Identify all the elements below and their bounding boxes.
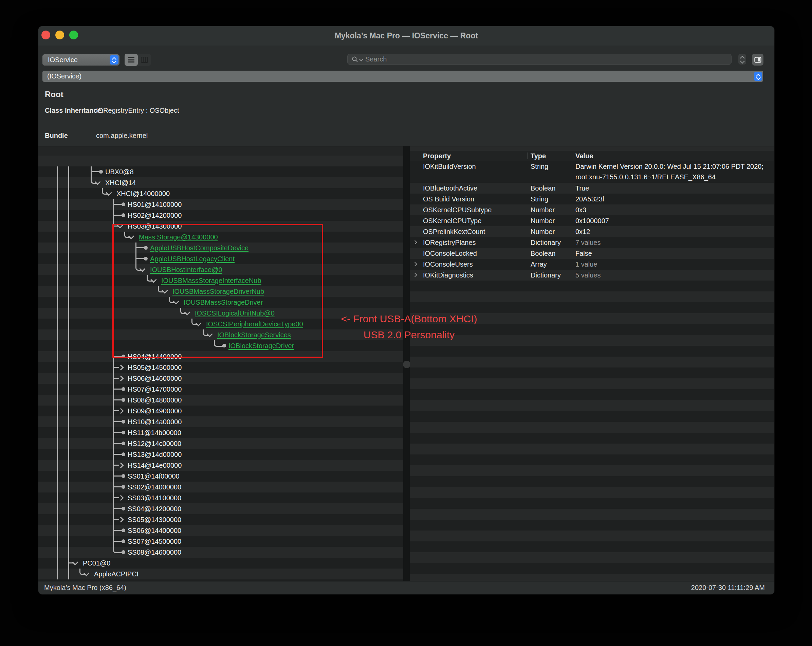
property-row[interactable]: OSKernelCPUSubtypeNumber0x3 xyxy=(410,204,774,215)
tree-row[interactable]: SS05@14300000 xyxy=(38,514,403,525)
tree-row[interactable]: IOSCSILogicalUnitNub@0 xyxy=(38,308,403,318)
tree-node-label[interactable]: HS13@14d00000 xyxy=(128,449,182,460)
tree-row[interactable]: IOBlockStorageDriver xyxy=(38,340,403,351)
tree-row[interactable]: SS04@14200000 xyxy=(38,504,403,514)
tree-node-label[interactable]: XHCI@14000000 xyxy=(116,188,170,199)
splitter-handle-icon[interactable] xyxy=(403,361,411,368)
tree-row[interactable]: HS10@14a00000 xyxy=(38,416,403,427)
tree-row[interactable]: HS04@14400000 xyxy=(38,351,403,362)
tree-row[interactable]: IOUSBMassStorageDriver xyxy=(38,297,403,308)
property-row[interactable]: IORegistryPlanesDictionary7 values xyxy=(410,237,774,248)
disclosure-chevron-icon[interactable] xyxy=(413,262,417,266)
tree-node-label[interactable]: HS11@14b00000 xyxy=(128,427,181,438)
property-row[interactable]: IOBluetoothActiveBooleanTrue xyxy=(410,183,774,194)
tree-node-label[interactable]: HS07@14700000 xyxy=(128,384,182,395)
tree-node-label[interactable]: AppleACPIPCI xyxy=(94,569,139,579)
tree-row[interactable]: SS06@14400000 xyxy=(38,525,403,536)
tree-node-label[interactable]: AppleUSBHostCompositeDevice xyxy=(150,242,249,253)
tree-row[interactable]: SS08@14600000 xyxy=(38,547,403,558)
disclosure-chevron-icon[interactable] xyxy=(413,273,417,277)
list-view-button[interactable] xyxy=(125,54,138,66)
tree-row[interactable]: SS07@14500000 xyxy=(38,536,403,547)
step-down-icon[interactable] xyxy=(740,59,745,64)
tree-node-label[interactable]: IOUSBMassStorageInterfaceNub xyxy=(161,275,261,286)
search-input[interactable]: Search xyxy=(347,54,731,65)
property-row[interactable]: IOKitDiagnosticsDictionary5 values xyxy=(410,270,774,280)
property-row[interactable]: IOConsoleLockedBooleanFalse xyxy=(410,248,774,259)
tree-node-label[interactable]: HS08@14800000 xyxy=(128,395,182,406)
tree-row[interactable]: HS14@14e00000 xyxy=(38,460,403,471)
tree-node-label[interactable]: HS12@14c00000 xyxy=(128,438,181,449)
tree-row[interactable]: XHCI@14 xyxy=(38,177,403,188)
property-row[interactable]: IOKitBuildVersionStringDarwin Kernel Ver… xyxy=(410,161,774,183)
tree-row[interactable]: HS11@14b00000 xyxy=(38,427,403,438)
panel-splitter[interactable] xyxy=(403,146,410,582)
inspector-toggle-button[interactable] xyxy=(752,54,763,66)
tree-node-label[interactable]: IOUSBMassStorageDriverNub xyxy=(172,286,264,297)
tree-row[interactable]: SS01@14f00000 xyxy=(38,471,403,482)
plane-path-bar[interactable]: (IOService) xyxy=(43,70,763,82)
tree-row[interactable]: HS05@14500000 xyxy=(38,362,403,373)
tree-row[interactable]: IOUSBMassStorageInterfaceNub xyxy=(38,275,403,286)
tree-row[interactable]: HS01@14100000 xyxy=(38,199,403,210)
expanded-chevron-icon[interactable] xyxy=(72,559,78,565)
tree-node-label[interactable]: HS03@14300000 xyxy=(128,221,182,232)
tree-node-label[interactable]: SS04@14200000 xyxy=(128,504,181,514)
tree-node-label[interactable]: SS08@14600000 xyxy=(128,547,181,558)
tree-row[interactable]: HS12@14c00000 xyxy=(38,438,403,449)
tree-node-label[interactable]: HS01@14100000 xyxy=(128,199,182,210)
tree-row[interactable]: HS08@14800000 xyxy=(38,395,403,406)
tree-node-label[interactable]: IOSCSILogicalUnitNub@0 xyxy=(195,308,275,318)
disclosure-chevron-icon[interactable] xyxy=(413,240,417,245)
tree-node-label[interactable]: IOSCSIPeripheralDeviceType00 xyxy=(206,318,303,329)
history-stepper[interactable] xyxy=(738,54,746,64)
tree-node-label[interactable]: IOUSBMassStorageDriver xyxy=(184,297,263,308)
tree-node-label[interactable]: IOBlockStorageServices xyxy=(217,329,291,340)
property-row[interactable]: OS Build VersionString20A5323l xyxy=(410,194,774,204)
collapsed-arrow-icon[interactable] xyxy=(118,462,124,468)
tree-node-label[interactable]: IOUSBHostInterface@0 xyxy=(150,264,222,275)
tree-node-label[interactable]: UBX0@8 xyxy=(105,167,134,177)
tree-row[interactable]: UBX0@8 xyxy=(38,167,403,177)
tree-node-label[interactable]: SS01@14f00000 xyxy=(128,471,180,482)
tree-row[interactable]: IOSCSIPeripheralDeviceType00 xyxy=(38,318,403,329)
tree-node-label[interactable]: HS10@14a00000 xyxy=(128,416,182,427)
tree-node-label[interactable]: HS02@14200000 xyxy=(128,210,182,221)
collapsed-arrow-icon[interactable] xyxy=(118,376,124,381)
tree-row[interactable]: SS02@14000000 xyxy=(38,482,403,493)
tree-row[interactable]: AppleACPIPCI xyxy=(38,569,403,579)
tree-row[interactable]: IOUSBHostInterface@0 xyxy=(38,264,403,275)
tree-row[interactable]: HS06@14600000 xyxy=(38,373,403,384)
tree-node-label[interactable]: HS05@14500000 xyxy=(128,362,182,373)
tree-row[interactable]: HS02@14200000 xyxy=(38,210,403,221)
tree-node-label[interactable]: HS09@14900000 xyxy=(128,406,182,416)
tree-row[interactable]: AppleUSBHostCompositeDevice xyxy=(38,242,403,253)
tree-node-label[interactable]: PC01@0 xyxy=(83,558,110,569)
property-row[interactable]: IOConsoleUsersArray1 value xyxy=(410,259,774,270)
collapsed-arrow-icon[interactable] xyxy=(118,495,124,501)
tree-row[interactable]: HS09@14900000 xyxy=(38,406,403,416)
tree-node-label[interactable]: Mass Storage@14300000 xyxy=(139,232,218,242)
column-header-type[interactable]: Type xyxy=(531,151,546,161)
tree-row[interactable]: PC01@0 xyxy=(38,558,403,569)
tree-row[interactable]: SS03@14100000 xyxy=(38,493,403,504)
tree-node-label[interactable]: XHCI@14 xyxy=(105,177,136,188)
collapsed-arrow-icon[interactable] xyxy=(118,517,124,523)
tree-node-label[interactable]: SS03@14100000 xyxy=(128,493,181,504)
tree-node-label[interactable]: SS06@14400000 xyxy=(128,525,181,536)
tree-node-label[interactable]: HS06@14600000 xyxy=(128,373,182,384)
tree-row[interactable]: AppleUSBHostLegacyClient xyxy=(38,253,403,264)
tree-node-label[interactable]: HS14@14e00000 xyxy=(128,460,182,471)
plane-selector-popup[interactable]: IOService xyxy=(43,54,119,66)
property-row[interactable]: OSPrelinkKextCountNumber0x12 xyxy=(410,226,774,237)
column-view-button[interactable] xyxy=(138,54,151,66)
expanded-chevron-icon[interactable] xyxy=(117,222,123,228)
column-header-value[interactable]: Value xyxy=(575,151,593,161)
tree-row[interactable]: HS13@14d00000 xyxy=(38,449,403,460)
tree-node-label[interactable]: HS04@14400000 xyxy=(128,351,182,362)
tree-row[interactable]: Mass Storage@14300000 xyxy=(38,232,403,242)
tree-node-label[interactable]: IOBlockStorageDriver xyxy=(229,340,294,351)
column-header-property[interactable]: Property xyxy=(423,151,451,161)
tree-node-label[interactable]: AppleUSBHostLegacyClient xyxy=(150,253,235,264)
collapsed-arrow-icon[interactable] xyxy=(118,365,124,370)
